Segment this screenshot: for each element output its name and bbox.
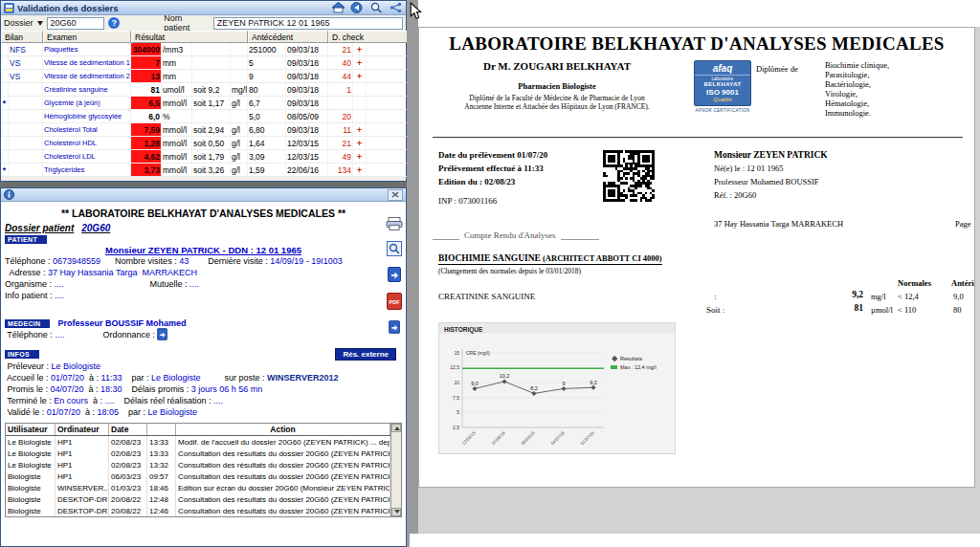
result-row[interactable]: VS Vitesse de sédimentation 2eme h 13 mm… (1, 70, 406, 83)
history-row[interactable]: Biologiste DESKTOP-DR 20/08/22 12:48 Con… (6, 493, 390, 505)
preview-zoom-icon[interactable] (387, 241, 402, 256)
result-row[interactable]: Cholestérol LDL 4,62 mmol/l soit 1,79 g/… (1, 150, 406, 164)
result-row[interactable]: Créatinine sanguine 81 umol/l soit 9,2 m… (1, 83, 406, 97)
edition-date: Edition du : 02/08/23 (438, 175, 547, 188)
header-antecedent[interactable]: Antécédent (248, 31, 328, 43)
export-icon[interactable] (388, 267, 401, 282)
svg-text:10,2: 10,2 (500, 373, 510, 379)
share-icon[interactable] (389, 2, 403, 13)
header-bilan[interactable]: Bilan (1, 31, 43, 43)
help-icon[interactable]: ? (108, 17, 120, 29)
result-row[interactable]: * Glycémie (à jeûn) 6,5 mmol/l soit 1,17… (1, 97, 406, 110)
history-header-pc[interactable]: Ordinateur (56, 424, 109, 435)
history-action-cell: Consultation des résultats du dossier 20… (176, 493, 390, 505)
history-row[interactable]: Biologiste WINSERVER... 01/03/23 18:46 E… (6, 482, 390, 493)
examen-cell[interactable]: Triglycérides (43, 164, 131, 177)
zoom-icon[interactable] (369, 2, 384, 13)
history-row[interactable]: Biologiste HP1 06/03/23 09:57 Consultati… (6, 470, 390, 482)
history-header-date[interactable]: Date (109, 424, 147, 435)
examen-cell[interactable]: Cholestérol Total (43, 123, 131, 137)
field-segment: Promis le : (5, 384, 51, 394)
history-header-action[interactable]: Action (176, 424, 390, 435)
bilan-cell (9, 137, 43, 150)
result-row[interactable]: * Triglycérides 3,73 mmol/l soit 3,26 g/… (1, 164, 406, 177)
res-externe-button[interactable]: Rés. externe (335, 348, 396, 361)
antecedent-cell: 5,0 (248, 110, 286, 123)
history-row[interactable]: Le Biologiste HP1 02/08/23 13:33 Consult… (6, 448, 390, 459)
field-segment: 37 Hay Hassania Targa MARRAKECH (48, 268, 197, 277)
ordonnance-icon[interactable] (157, 328, 167, 340)
bilan-cell (9, 97, 43, 110)
history-row[interactable]: Le Biologiste HP1 02/08/23 13:33 Modif. … (6, 436, 390, 448)
history-time-cell: 13:33 (147, 448, 176, 459)
result-value-cell[interactable]: 4,62 (131, 150, 162, 164)
nom-patient-input[interactable]: ZEYEN PATRICK 12 01 1965 (213, 17, 403, 30)
history-row[interactable]: Biologiste DESKTOP-DR 20/08/22 12:46 Con… (6, 505, 390, 516)
send-icon[interactable] (389, 320, 400, 334)
svg-text:2,5: 2,5 (453, 425, 459, 430)
svg-text:04/07/19: 04/07/19 (550, 430, 566, 446)
examen-cell[interactable]: Vitesse de sédimentation 2eme h (43, 70, 131, 83)
dossier-input[interactable]: 20G60 (47, 17, 105, 30)
antecedent-date-cell: 12/03/15 (286, 137, 328, 150)
history-rows: Le Biologiste HP1 02/08/23 13:33 Modif. … (6, 436, 390, 516)
svg-text:12,5: 12,5 (450, 364, 459, 370)
scroll-down-icon[interactable] (391, 508, 401, 516)
examen-cell[interactable]: Cholestérol LDL (43, 150, 131, 164)
result-value-cell[interactable]: 6,0 (131, 110, 162, 123)
delta-percent-cell (328, 97, 353, 110)
anterieur-umol: 80 (953, 305, 962, 315)
examen-cell[interactable]: Hémoglobine glycosylée (43, 110, 131, 123)
header-dcheck[interactable]: D. check (328, 31, 408, 43)
antecedent-cell: 6,7 (248, 97, 286, 110)
examen-cell[interactable]: Glycémie (à jeûn) (43, 97, 131, 110)
result-value-cell[interactable]: 304000 (131, 43, 162, 56)
result-row[interactable]: Hémoglobine glycosylée 6,0 % 5,0 08/05/0… (1, 110, 406, 123)
history-pc-cell: HP1 (56, 470, 109, 482)
close-button[interactable] (388, 189, 403, 201)
result-value-cell[interactable]: 6,5 (131, 97, 162, 110)
result-value-cell[interactable]: 7 (131, 56, 162, 70)
dossier-dropdown-icon[interactable] (37, 21, 43, 26)
info-icon (4, 189, 14, 200)
history-row[interactable]: Le Biologiste HP1 02/08/23 13:32 Consult… (6, 459, 390, 470)
pdf-icon[interactable]: PDF (387, 293, 402, 310)
historique-chart-svg: 1512,5107,552,5CRE (mg/l)9,012/03/1510,2… (439, 334, 675, 449)
result-value-cell[interactable]: 13 (131, 70, 162, 83)
field-segment: Le Biologiste (151, 373, 201, 383)
history-header-user[interactable]: Utilisateur (6, 424, 56, 435)
examen-cell[interactable]: Cholestérol HDL (43, 137, 131, 150)
field-segment: Nombre visites : (100, 256, 179, 266)
report-title: LABORATOIRE BELKHAYAT D'ANALYSES MEDICAL… (419, 33, 974, 55)
result-value-cell[interactable]: 1,28 (131, 137, 162, 150)
header-examen[interactable]: Examen (43, 31, 131, 43)
section-header: BIOCHIMIE SANGUINE (ARCHITECT ABBOTT CI … (438, 253, 662, 265)
home-icon[interactable] (331, 2, 345, 13)
doctor-line2: Ancienne Interne et Attachée des Hôpitau… (427, 102, 687, 111)
history-scrollbar[interactable] (390, 424, 401, 516)
converted-unit-cell (231, 110, 248, 123)
termine-line: Terminé le : En cours à : .... Délais ré… (5, 395, 402, 406)
result-row[interactable]: Cholestérol Total 7,59 mmol/l soit 2,94 … (1, 123, 406, 137)
patient-band: PATIENT (5, 235, 47, 244)
print-icon[interactable] (386, 217, 403, 230)
back-icon[interactable] (350, 2, 365, 13)
scroll-up-icon[interactable] (391, 424, 401, 432)
dossier-titlebar[interactable] (1, 188, 406, 202)
history-header-time[interactable] (147, 424, 176, 435)
result-value-cell[interactable]: 7,59 (131, 123, 162, 137)
dossier-number: 20G60 (81, 223, 110, 233)
result-value-cell[interactable]: 3,73 (131, 164, 162, 177)
result-row[interactable]: VS Vitesse de sédimentation 1ière h 7 mm… (1, 56, 406, 70)
examen-cell[interactable]: Vitesse de sédimentation 1ière h (43, 56, 131, 70)
result-row[interactable]: NFS Plaquettes 304000 /mm3 251000 09/03/… (1, 43, 406, 56)
antecedent-cell: 5 (248, 56, 286, 70)
converted-unit-cell (231, 56, 248, 70)
result-value-cell[interactable]: 81 (131, 83, 162, 97)
result-row[interactable]: Cholestérol HDL 1,28 mmol/l soit 0,50 g/… (1, 137, 406, 150)
examen-cell[interactable]: Créatinine sanguine (43, 83, 131, 97)
doctor-role: Pharmacien Biologiste (427, 81, 687, 91)
header-resultat[interactable]: Résultat (131, 31, 248, 43)
field-segment: .... (189, 279, 199, 289)
examen-cell[interactable]: Plaquettes (43, 43, 131, 56)
